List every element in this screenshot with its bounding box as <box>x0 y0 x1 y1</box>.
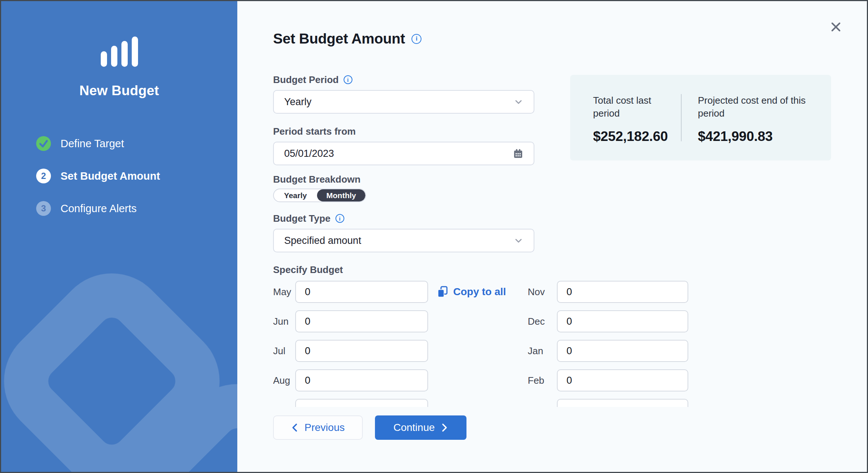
info-icon[interactable]: i <box>344 75 352 84</box>
chevron-down-icon <box>514 236 523 245</box>
month-label: Jul <box>273 345 295 357</box>
specify-budget-label-row: Specify Budget <box>273 264 867 275</box>
period-starts-date-input[interactable]: 05/01/2023 <box>273 142 534 165</box>
month-label: May <box>273 286 295 298</box>
month-amount-input[interactable] <box>557 281 688 303</box>
copy-icon <box>437 286 449 298</box>
step-number-badge: 2 <box>36 169 51 183</box>
budget-period-select[interactable]: Yearly <box>273 90 534 114</box>
period-starts-value: 05/01/2023 <box>284 148 513 159</box>
wizard-title: New Budget <box>1 83 237 99</box>
budget-type-label: Budget Type <box>273 213 331 224</box>
info-icon[interactable]: i <box>335 214 344 223</box>
month-row-partial <box>528 399 688 407</box>
chevron-right-icon <box>441 423 448 432</box>
cost-summary-card: Total cost last period $252,182.60 Proje… <box>570 75 831 160</box>
budget-period-label: Budget Period <box>273 74 339 86</box>
step-label: Configure Alerts <box>61 203 137 215</box>
toggle-option-monthly[interactable]: Monthly <box>317 189 365 201</box>
projected-cost-value: $421,990.83 <box>698 129 820 144</box>
budget-type-select[interactable]: Specified amount <box>273 229 534 252</box>
info-icon[interactable]: i <box>411 34 421 44</box>
specify-budget-label: Specify Budget <box>273 264 343 276</box>
month-row: Jun <box>273 310 528 332</box>
month-label: Jun <box>273 316 295 327</box>
month-amount-input[interactable] <box>295 310 428 332</box>
wizard-sidebar: New Budget Define Target 2 Set Budget Am… <box>1 1 237 472</box>
budget-type-label-row: Budget Type i <box>273 213 867 224</box>
step-number-badge: 3 <box>36 201 51 216</box>
step-label: Define Target <box>61 138 124 150</box>
month-row: May Copy to all <box>273 281 528 303</box>
month-row-partial <box>273 399 528 407</box>
month-amount-input[interactable] <box>557 340 688 362</box>
previous-label: Previous <box>304 422 345 434</box>
bar-chart-logo-icon <box>1 37 237 67</box>
budget-breakdown-toggle[interactable]: Yearly Monthly <box>273 189 366 202</box>
copy-to-all-label: Copy to all <box>453 286 506 298</box>
page-title-row: Set Budget Amount i <box>273 30 867 48</box>
month-amount-input[interactable] <box>557 369 688 391</box>
month-amount-input[interactable] <box>295 399 428 407</box>
continue-button[interactable]: Continue <box>375 415 466 440</box>
close-icon[interactable] <box>828 19 844 35</box>
step-complete-check-icon <box>36 136 51 151</box>
step-define-target[interactable]: Define Target <box>36 136 237 151</box>
month-row: Jul <box>273 340 528 362</box>
month-row: Aug <box>273 369 528 391</box>
month-label: Dec <box>528 316 557 327</box>
set-budget-panel: Set Budget Amount i Budget Period i Year… <box>237 1 867 472</box>
calendar-icon[interactable] <box>513 148 523 159</box>
month-label: Feb <box>528 375 557 386</box>
month-amount-input[interactable] <box>295 369 428 391</box>
month-amount-input[interactable] <box>295 340 428 362</box>
months-column-left: May Copy to all Jun Jul Aug <box>273 281 528 407</box>
total-cost-value: $252,182.60 <box>593 129 666 144</box>
month-row: Jan <box>528 340 688 362</box>
step-configure-alerts[interactable]: 3 Configure Alerts <box>36 201 237 216</box>
monthly-budget-grid: May Copy to all Jun Jul Aug <box>273 281 867 407</box>
months-column-right: Nov Dec Jan Feb <box>528 281 688 407</box>
month-label: Nov <box>528 286 557 298</box>
step-label: Set Budget Amount <box>61 170 160 182</box>
page-title: Set Budget Amount <box>273 31 405 47</box>
previous-button[interactable]: Previous <box>273 415 363 440</box>
total-cost-cell: Total cost last period $252,182.60 <box>570 94 681 141</box>
projected-cost-cell: Projected cost end of this period $421,9… <box>681 94 831 141</box>
month-row: Feb <box>528 369 688 391</box>
chevron-down-icon <box>514 97 523 107</box>
month-row: Nov <box>528 281 688 303</box>
wizard-steps: Define Target 2 Set Budget Amount 3 Conf… <box>1 136 237 216</box>
month-row: Dec <box>528 310 688 332</box>
step-set-budget-amount[interactable]: 2 Set Budget Amount <box>36 169 237 183</box>
wizard-footer: Previous Continue <box>273 415 867 440</box>
budget-type-value: Specified amount <box>284 235 514 246</box>
copy-to-all-button[interactable]: Copy to all <box>437 286 506 298</box>
month-label: Aug <box>273 375 295 386</box>
month-amount-input[interactable] <box>295 281 428 303</box>
projected-cost-label: Projected cost end of this period <box>698 94 820 120</box>
toggle-option-yearly[interactable]: Yearly <box>274 189 317 201</box>
chevron-left-icon <box>291 423 299 432</box>
month-amount-input[interactable] <box>557 310 688 332</box>
period-starts-label: Period starts from <box>273 126 356 137</box>
month-amount-input[interactable] <box>557 399 688 407</box>
continue-label: Continue <box>393 422 435 434</box>
budget-breakdown-label-row: Budget Breakdown <box>273 174 867 185</box>
budget-period-value: Yearly <box>284 96 514 108</box>
brand-watermark <box>1 245 237 472</box>
total-cost-label: Total cost last period <box>593 94 666 120</box>
budget-breakdown-label: Budget Breakdown <box>273 174 361 185</box>
month-label: Jan <box>528 345 557 357</box>
